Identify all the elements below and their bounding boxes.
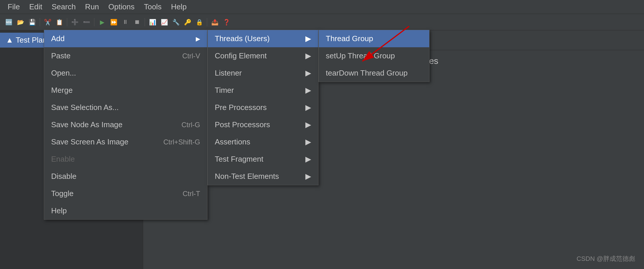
menu2-post-arrow: ▶ [305, 120, 311, 129]
menu1-save-node-shortcut: Ctrl-G [181, 121, 200, 129]
cut-button[interactable]: ✂️ [42, 17, 53, 27]
menu-file[interactable]: File [3, 1, 25, 13]
menu1-save-selection[interactable]: Save Selection As... [44, 99, 207, 116]
run-no-pause-button[interactable]: ⏩ [108, 17, 119, 27]
toolbar: 🆕 📂 💾 ✂️ 📋 ➕ ➖ ▶ ⏩ ⏸ ⏹ 📊 📈 🔧 🔑 🔒 📤 ❓ [0, 14, 644, 30]
menu1-add[interactable]: Add ▶ [44, 30, 207, 47]
menu3-teardown-label: tearDown Thread Group [326, 69, 408, 78]
menu1-save-screen-shortcut: Ctrl+Shift-G [163, 138, 200, 146]
tree-item-label: Test Plan [16, 36, 47, 45]
menu2-post[interactable]: Post Processors ▶ [208, 116, 318, 133]
menu1-enable-label: Enable [51, 155, 75, 164]
menu1-toggle[interactable]: Toggle Ctrl-T [44, 185, 207, 202]
menu1-help[interactable]: Help [44, 202, 207, 219]
menu2-listener-arrow: ▶ [305, 69, 311, 78]
run-button[interactable]: ▶ [97, 17, 107, 27]
open-button[interactable]: 📂 [15, 17, 26, 27]
menu-tools[interactable]: Tools [139, 1, 166, 13]
menu1-paste[interactable]: Paste Ctrl-V [44, 47, 207, 64]
menu-edit[interactable]: Edit [25, 1, 47, 13]
menu2-pre-arrow: ▶ [305, 103, 311, 112]
menu2-assertions-label: Assertions [215, 137, 250, 146]
copy-button[interactable]: 📋 [54, 17, 65, 27]
toolbar-sep-3 [94, 18, 94, 26]
add-button[interactable]: ➕ [70, 17, 80, 27]
menu2-fragment[interactable]: Test Fragment ▶ [208, 151, 318, 168]
menu1-help-label: Help [51, 206, 67, 215]
chart-button[interactable]: 📈 [159, 17, 169, 27]
watermark: CSDN @胖成范德彪 [577, 254, 635, 263]
remove-button[interactable]: ➖ [81, 17, 92, 27]
tree-item-icon: ▲ [6, 36, 13, 45]
menu1-save-node-label: Save Node As Image [51, 120, 122, 129]
toolbar-sep-2 [67, 18, 67, 26]
menu2-config[interactable]: Config Element ▶ [208, 47, 318, 64]
menu1-paste-shortcut: Ctrl-V [182, 52, 200, 60]
menu2-timer[interactable]: Timer ▶ [208, 82, 318, 99]
menu2-listener[interactable]: Listener ▶ [208, 64, 318, 82]
menu2-listener-label: Listener [215, 69, 242, 78]
menu2-non-test-label: Non-Test Elements [215, 172, 279, 181]
menu1-paste-label: Paste [51, 51, 71, 60]
menu1-save-screen[interactable]: Save Screen As Image Ctrl+Shift-G [44, 133, 207, 151]
menu2-fragment-label: Test Fragment [215, 155, 263, 164]
toolbar-sep-1 [40, 18, 40, 26]
menu1-save-selection-label: Save Selection As... [51, 103, 119, 112]
menu2-assertions-arrow: ▶ [305, 137, 311, 146]
menu3-thread-group[interactable]: Thread Group [319, 30, 429, 47]
shutdown-button[interactable]: ⏹ [132, 17, 142, 27]
lock-button[interactable]: 🔒 [194, 17, 205, 27]
menu1-add-arrow: ▶ [196, 35, 200, 42]
menu1-open[interactable]: Open... [44, 64, 207, 82]
save-button[interactable]: 💾 [27, 17, 37, 27]
settings-button[interactable]: 🔧 [171, 17, 181, 27]
menu1-open-label: Open... [51, 69, 76, 78]
menu1-merge[interactable]: Merge [44, 82, 207, 99]
context-menu-3: Thread Group setUp Thread Group tearDown… [318, 30, 430, 82]
menu3-teardown-thread-group[interactable]: tearDown Thread Group [319, 64, 429, 82]
menu1-save-screen-label: Save Screen As Image [51, 137, 128, 146]
menu1-toggle-label: Toggle [51, 189, 74, 198]
menu1-toggle-shortcut: Ctrl-T [183, 190, 200, 198]
new-button[interactable]: 🆕 [4, 17, 14, 27]
key-button[interactable]: 🔑 [182, 17, 193, 27]
menu-help[interactable]: Help [166, 1, 191, 13]
menu-search[interactable]: Search [47, 1, 80, 13]
context-menu-1: Add ▶ Paste Ctrl-V Open... Merge Save Se… [44, 30, 207, 220]
stop-button[interactable]: ⏸ [120, 17, 131, 27]
menu2-config-label: Config Element [215, 51, 267, 60]
report-button[interactable]: 📊 [147, 17, 158, 27]
menu2-threads-label: Threads (Users) [215, 34, 270, 43]
menu2-config-arrow: ▶ [305, 51, 311, 60]
export-button[interactable]: 📤 [210, 17, 220, 27]
menu-options[interactable]: Options [104, 1, 139, 13]
menu3-setup-thread-group[interactable]: setUp Thread Group [319, 47, 429, 64]
menu-run[interactable]: Run [80, 1, 104, 13]
help-button[interactable]: ❓ [221, 17, 232, 27]
menu2-threads[interactable]: Threads (Users) ▶ [208, 30, 318, 47]
menu2-threads-arrow: ▶ [305, 34, 311, 43]
menu3-setup-label: setUp Thread Group [326, 51, 395, 60]
menu2-assertions[interactable]: Assertions ▶ [208, 133, 318, 151]
menu1-disable-label: Disable [51, 172, 77, 181]
menu1-save-node[interactable]: Save Node As Image Ctrl-G [44, 116, 207, 133]
menu2-post-label: Post Processors [215, 120, 270, 129]
menu3-thread-group-label: Thread Group [326, 34, 373, 43]
menu1-add-label: Add [51, 34, 65, 43]
menu2-fragment-arrow: ▶ [305, 155, 311, 164]
context-menu-2: Threads (Users) ▶ Config Element ▶ Liste… [207, 30, 318, 185]
menu1-merge-label: Merge [51, 86, 73, 95]
menu2-non-test-arrow: ▶ [305, 172, 311, 181]
toolbar-sep-4 [145, 18, 145, 26]
menu2-pre-label: Pre Processors [215, 103, 267, 112]
menu-bar: File Edit Search Run Options Tools Help [0, 0, 644, 14]
menu2-pre[interactable]: Pre Processors ▶ [208, 99, 318, 116]
menu1-enable: Enable [44, 151, 207, 168]
menu1-disable[interactable]: Disable [44, 168, 207, 185]
menu2-timer-arrow: ▶ [305, 86, 311, 95]
toolbar-sep-5 [207, 18, 207, 26]
menu2-non-test[interactable]: Non-Test Elements ▶ [208, 168, 318, 185]
menu2-timer-label: Timer [215, 86, 234, 95]
